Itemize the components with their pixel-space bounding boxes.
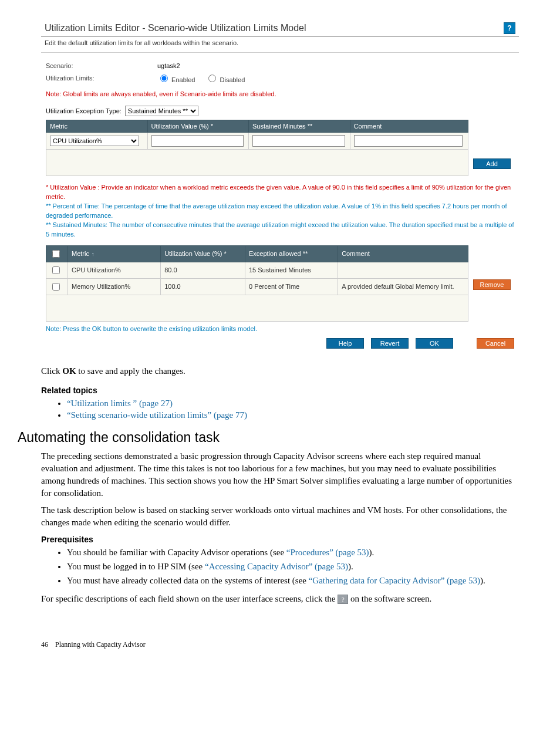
section-para-1: The preceding sections demonstrated a ba…: [41, 450, 519, 499]
cell-comment: A provided default Global Memory limit.: [338, 278, 468, 295]
util-value-input[interactable]: [151, 135, 244, 147]
panel-footer-buttons: Help Revert OK Cancel: [46, 338, 514, 349]
limits-table: Metric↑ Utilization Value (%) * Exceptio…: [46, 245, 468, 322]
col2-metric[interactable]: Metric↑: [68, 245, 161, 262]
row-checkbox[interactable]: [52, 283, 60, 291]
sort-asc-icon: ↑: [92, 251, 95, 257]
ok-button[interactable]: OK: [416, 338, 453, 349]
exception-type-select[interactable]: Sustained Minutes **: [125, 106, 198, 116]
related-link-2[interactable]: “Setting scenario-wide utilization limit…: [67, 410, 247, 420]
prerequisites-heading: Prerequisites: [41, 535, 519, 544]
note-overwrite: Note: Press the OK button to overwrite t…: [46, 325, 514, 332]
col2-comment: Comment: [338, 245, 468, 262]
cancel-button[interactable]: Cancel: [477, 338, 514, 349]
row-checkbox[interactable]: [52, 266, 60, 274]
exp-sustained: ** Sustained Minutes: The number of cons…: [46, 221, 514, 238]
cell-exc: 0 Percent of Time: [245, 278, 338, 295]
cell-util: 80.0: [161, 262, 245, 278]
table-row: CPU Utilization%: [46, 133, 468, 150]
help-button[interactable]: Help: [326, 338, 364, 349]
select-all-checkbox[interactable]: [52, 250, 60, 258]
add-button[interactable]: Add: [473, 158, 511, 169]
section-para-2: The task description below is based on s…: [41, 504, 519, 529]
utilization-limits-panel: Utilization Limits Editor - Scenario-wid…: [41, 18, 519, 353]
related-topics-list: “Utilization limits ” (page 27) “Setting…: [41, 399, 519, 420]
prereq-link-3[interactable]: “Gathering data for Capacity Advisor” (p…: [309, 576, 480, 585]
scenario-value: ugtask2: [157, 62, 180, 69]
panel-title: Utilization Limits Editor - Scenario-wid…: [45, 23, 504, 33]
cell-util: 100.0: [161, 278, 245, 295]
sustained-input[interactable]: [252, 135, 345, 147]
input-metrics-table: Metric Utilization Value (%) * Sustained…: [46, 120, 468, 176]
comment-input[interactable]: [354, 135, 463, 147]
radio-disabled[interactable]: Disabled: [205, 73, 245, 83]
question-icon: ?: [338, 595, 348, 604]
col-util-value: Utilization Value (%) *: [147, 120, 249, 133]
explanation-block: * Utilization Value : Provide an indicat…: [46, 183, 514, 239]
col-comment: Comment: [350, 120, 468, 133]
ok-bold: OK: [62, 366, 76, 376]
closing-text: For specific descriptions of each field …: [41, 593, 519, 605]
col-metric: Metric: [46, 120, 148, 133]
exp-percent-time: ** Percent of Time: The percentage of ti…: [46, 202, 507, 219]
panel-subtitle: Edit the default utilization limits for …: [41, 37, 519, 53]
note-global-limits: Note: Global limits are always enabled, …: [46, 90, 514, 97]
utilization-limits-label: Utilization Limits:: [46, 75, 157, 82]
table-row: CPU Utilization% 80.0 15 Sustained Minut…: [46, 262, 468, 278]
click-ok-text: Click OK to save and apply the changes.: [41, 365, 519, 377]
list-item: You must have already collected data on …: [67, 575, 519, 587]
list-item: You should be familiar with Capacity Adv…: [67, 546, 519, 559]
cell-metric: CPU Utilization%: [68, 262, 161, 278]
list-item: You must be logged in to HP SIM (see “Ac…: [67, 561, 519, 573]
cell-exc: 15 Sustained Minutes: [245, 262, 338, 278]
col2-exc: Exception allowed **: [245, 245, 338, 262]
page-number: 46: [41, 640, 48, 649]
revert-button[interactable]: Revert: [371, 338, 409, 349]
prereq-link-1[interactable]: “Procedures” (page 53): [286, 548, 369, 557]
col-sustained: Sustained Minutes **: [249, 120, 350, 133]
table-row: Memory Utilization% 100.0 0 Percent of T…: [46, 278, 468, 295]
prerequisites-list: You should be familiar with Capacity Adv…: [41, 546, 519, 587]
chapter-name: Planning with Capacity Advisor: [55, 640, 146, 649]
help-icon[interactable]: ?: [504, 22, 515, 34]
radio-enabled-input[interactable]: [160, 75, 168, 82]
page-footer: 46 Planning with Capacity Advisor: [41, 640, 519, 649]
radio-enabled-label: Enabled: [171, 76, 195, 83]
cell-comment: [338, 262, 468, 278]
section-title: Automating the consolidation task: [18, 430, 519, 445]
cell-metric: Memory Utilization%: [68, 278, 161, 295]
radio-disabled-label: Disabled: [220, 76, 245, 83]
col2-util: Utilization Value (%) *: [161, 245, 245, 262]
radio-enabled[interactable]: Enabled: [157, 73, 195, 83]
related-topics-heading: Related topics: [41, 386, 519, 395]
radio-disabled-input[interactable]: [208, 75, 216, 82]
related-link-1[interactable]: “Utilization limits ” (page 27): [67, 399, 173, 408]
exception-type-label: Utilization Exception Type:: [46, 107, 122, 114]
exp-util-value: * Utilization Value : Provide an indicat…: [46, 184, 511, 200]
remove-button[interactable]: Remove: [473, 279, 511, 290]
metric-select[interactable]: CPU Utilization%: [50, 136, 139, 146]
scenario-label: Scenario:: [46, 62, 157, 69]
panel-header: Utilization Limits Editor - Scenario-wid…: [41, 18, 519, 37]
prereq-link-2[interactable]: “Accessing Capacity Advisor” (page 53): [205, 562, 348, 571]
col-checkbox: [46, 245, 68, 262]
